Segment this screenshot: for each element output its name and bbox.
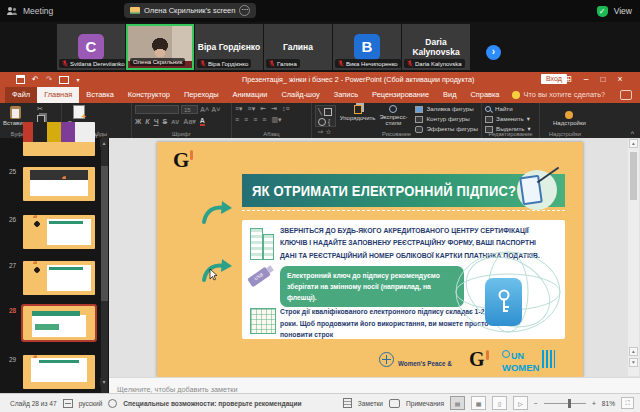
numbering-icon[interactable]: ≡▾ (248, 105, 256, 113)
slide-thumbnail-27[interactable] (23, 261, 95, 295)
strikethrough-button[interactable]: S (163, 118, 168, 125)
cut-icon[interactable]: ✂ (37, 105, 45, 113)
spellcheck-icon[interactable] (63, 399, 73, 408)
tab-slideshow[interactable]: Слайд-шоу (274, 87, 326, 103)
tab-transitions[interactable]: Переходы (177, 87, 226, 103)
bold-button[interactable]: Ж (135, 118, 141, 125)
close-button[interactable]: × (613, 72, 627, 87)
justify-icon[interactable]: ≡ (262, 116, 266, 124)
shapes-gallery[interactable]: ╲{⇨☆ (315, 105, 336, 127)
zoom-out-button[interactable]: − (534, 400, 538, 407)
tab-home-selected[interactable]: Главная (37, 87, 79, 103)
scroll-down-icon[interactable]: ▾ (100, 378, 108, 386)
reading-view-button[interactable]: ▯ (492, 396, 507, 410)
tab-record[interactable]: Запись (327, 87, 365, 103)
normal-view-button[interactable]: ▤ (450, 396, 465, 410)
font-name-combobox[interactable] (135, 105, 179, 114)
next-participants-button[interactable]: › (486, 45, 501, 60)
shape-outline-label: Контур фигуры (426, 115, 469, 123)
tab-view[interactable]: Вид (436, 87, 463, 103)
ribbon-display-options-icon[interactable]: ⊞ (561, 72, 575, 87)
tab-animations[interactable]: Анимации (226, 87, 275, 103)
comments-toggle[interactable]: Примечания (406, 400, 444, 407)
grow-font-icon[interactable]: A˄ (200, 106, 209, 113)
zoom-slider-thumb[interactable] (568, 399, 571, 408)
next-slide-icon[interactable]: ▾ (629, 358, 638, 367)
font-size-combobox[interactable]: 15 (181, 105, 198, 114)
accessibility-status[interactable]: Специальные возможности: проверьте реком… (123, 400, 301, 407)
indent-increase-icon[interactable]: ⇥ (271, 105, 277, 113)
participant-tile-active-speaker[interactable]: Олена Скрильник (126, 24, 194, 70)
slide-thumbnail-24[interactable] (23, 122, 95, 156)
qat-customize-icon[interactable]: ▾ (76, 76, 79, 83)
participant-tile[interactable]: C Svitlana Dereviianko (57, 24, 125, 70)
indent-decrease-icon[interactable]: ⇤ (260, 105, 266, 113)
zoom-in-button[interactable]: + (592, 400, 596, 407)
current-slide[interactable]: G ЯК ОТРИМАТИ ЕЛЕКТРОННИЙ ПІДПИС? ЗВЕРНІ… (157, 142, 583, 377)
tell-me-box[interactable]: Что вы хотите сделать? (523, 87, 605, 103)
notes-pane[interactable]: Щелкните, чтобы добавить заметки (109, 377, 640, 393)
minimize-button[interactable]: – (579, 72, 593, 87)
participant-tile[interactable]: Віра Гордієнко Віра Гордієнко (195, 24, 263, 70)
align-center-icon[interactable]: ≡ (244, 116, 248, 124)
fit-to-window-icon[interactable]: ⛶ (621, 397, 634, 409)
shared-screen-pill[interactable]: Олена Скрильник's screen ⋯ (124, 3, 256, 18)
slide-thumbnail-25[interactable] (23, 167, 95, 201)
tab-insert[interactable]: Вставка (79, 87, 120, 103)
line-spacing-icon[interactable]: ↕≡ (282, 105, 290, 113)
save-icon[interactable] (16, 75, 25, 84)
find-button[interactable]: Найти (485, 105, 531, 113)
addins-button[interactable]: Надстройки (553, 111, 586, 126)
zoom-level[interactable]: 81% (602, 400, 615, 407)
quick-styles-label: Экспресс-стили (379, 114, 407, 126)
tab-review[interactable]: Рецензирование (365, 87, 436, 103)
un-emblem-icon (379, 352, 394, 367)
redo-icon[interactable]: ↷ (46, 75, 53, 84)
tab-design[interactable]: Конструктор (121, 87, 177, 103)
restore-button[interactable]: □ (596, 72, 610, 87)
canvas-scrollbar[interactable]: ▴ ▴ ▾ (628, 139, 639, 376)
slide-thumbnail-28-selected[interactable] (23, 306, 95, 340)
character-spacing-icon[interactable]: ᴀᴠ (171, 118, 179, 125)
bullets-icon[interactable]: ≡▾ (235, 105, 243, 113)
canvas-scrollbar-thumb[interactable] (630, 152, 637, 200)
shape-outline-button[interactable]: Контур фигуры (415, 115, 478, 123)
start-slideshow-icon[interactable] (59, 76, 69, 84)
certification-center-icon (250, 228, 263, 260)
slideshow-view-button[interactable]: ▷ (513, 396, 528, 410)
shrink-font-icon[interactable]: A˅ (211, 106, 220, 113)
participant-tile[interactable]: Галина Галина (264, 24, 332, 70)
slide-sorter-view-button[interactable]: ▦ (471, 396, 486, 410)
previous-slide-icon[interactable]: ▴ (629, 347, 638, 356)
notes-toggle[interactable]: Заметки (358, 400, 383, 407)
font-color-icon[interactable]: А (200, 117, 205, 126)
quick-styles-button[interactable]: Экспресс-стили (379, 105, 407, 126)
view-button[interactable]: View (614, 6, 632, 16)
slide-thumbnail-29[interactable] (23, 355, 95, 389)
undo-icon[interactable]: ↶ (32, 75, 39, 84)
shape-fill-button[interactable]: Заливка фигуры (415, 105, 478, 113)
align-right-icon[interactable]: ≡ (253, 116, 257, 124)
zoom-slider[interactable] (544, 403, 586, 404)
comments-bubble-icon[interactable] (620, 90, 632, 100)
italic-button[interactable]: К (145, 118, 149, 125)
change-case-icon[interactable]: Аа▾ (183, 118, 196, 126)
collapse-ribbon-icon[interactable]: ^ (631, 130, 634, 137)
underline-button[interactable]: Ч (154, 118, 159, 125)
language-indicator[interactable]: русский (79, 400, 103, 407)
tab-file[interactable]: Файл (5, 87, 37, 103)
participant-tile[interactable]: Daria Kalynovska Daria Kalynovska (402, 24, 470, 70)
thumbnail-scrollbar-thumb[interactable] (101, 166, 108, 301)
security-shield-icon[interactable]: ✓ (597, 6, 608, 17)
participant-tile[interactable]: B Вика Нечипоренко (333, 24, 401, 70)
scroll-up-icon[interactable]: ▴ (629, 139, 638, 148)
arrange-button[interactable]: Упорядочить (340, 105, 376, 121)
align-left-icon[interactable]: ≡ (235, 116, 239, 124)
replace-button[interactable]: Заменить ▾ (485, 115, 531, 123)
slide-thumbnail-26[interactable] (23, 215, 95, 249)
columns-icon[interactable]: ▥▾ (271, 116, 281, 124)
muted-mic-icon (407, 60, 413, 67)
tab-help[interactable]: Справка (463, 87, 506, 103)
scroll-up-icon[interactable]: ▴ (100, 139, 108, 147)
share-options-icon[interactable]: ⋯ (239, 5, 250, 16)
